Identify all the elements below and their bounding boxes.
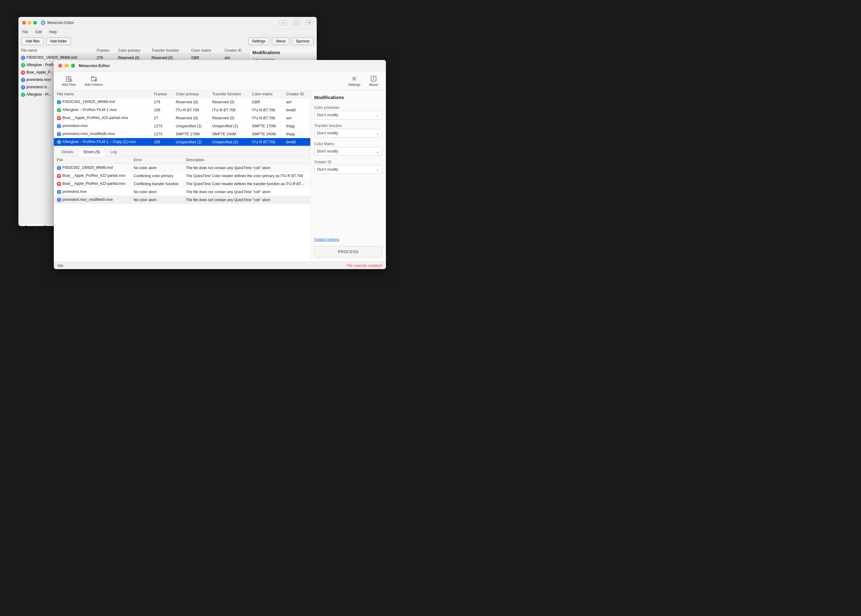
table-row[interactable]: iprorestest.mov No color atom The file d… (54, 188, 310, 196)
bg-menu-edit[interactable]: Edit (34, 29, 43, 35)
status-error-icon: ✕ (57, 174, 61, 178)
chevron-down-icon: ⌄ (376, 131, 379, 136)
main-toolbar: Add Files Add Folders (54, 72, 386, 90)
table-row[interactable]: iF003C002_190925_MN99.mxf 279Reserved (0… (54, 98, 310, 106)
tab-log[interactable]: Log (105, 148, 122, 156)
err-col-description: Description (183, 156, 310, 164)
about-label: About (369, 83, 378, 86)
table-row[interactable]: iprorestest.mov_modified0.mov 1273SMPTE … (54, 130, 310, 138)
color-primaries-value: Don't modify (317, 113, 338, 117)
bg-maximize-icon[interactable]: □ (293, 20, 300, 25)
modifications-title: Modifications (314, 95, 382, 100)
bg-minimize-icon[interactable]: — (280, 20, 287, 25)
svg-point-1 (42, 22, 44, 24)
transfer-function-label: Transfer function (314, 124, 382, 128)
settings-icon (351, 75, 358, 82)
status-info-icon: i (21, 56, 25, 60)
bg-menu-file[interactable]: File (21, 29, 29, 35)
app-icon (41, 20, 46, 25)
color-primaries-select[interactable]: Don't modify ⌄ (314, 111, 382, 119)
table-row[interactable]: iprorestest.mov_modified0.mov No color a… (54, 196, 310, 204)
status-idle-text: Idle (58, 264, 63, 268)
col-frames: Frames (151, 90, 173, 98)
add-folders-label: Add Folders (85, 83, 103, 86)
bg-menu-bar: File Edit Help (19, 28, 317, 36)
table-row[interactable]: ✓Afterglow – ProRes FILM 1.mov 195ITU-R … (54, 106, 310, 114)
bg-add-folder-btn[interactable]: Add folder (46, 38, 71, 45)
table-row[interactable]: ✕Boar__Apple_ProRes_422-partial.mov Conf… (54, 172, 310, 180)
bg-min-btn[interactable] (28, 21, 31, 25)
about-icon (370, 75, 377, 82)
output-options-link[interactable]: Output options (314, 237, 382, 242)
creator-id-value: Don't modify (317, 167, 338, 171)
col-filename: File name (54, 90, 151, 98)
bg-close-btn[interactable] (22, 21, 26, 25)
about-btn[interactable]: About (365, 74, 382, 88)
status-info-icon: i (57, 132, 61, 136)
status-error-icon: ✕ (21, 71, 25, 75)
errors-table: File Error Description iF003C002_190925_… (54, 156, 310, 204)
bg-col-creator: Creator ID (222, 47, 249, 54)
bg-modifications-title: Modifications (253, 50, 314, 55)
col-matrix: Color matrix (249, 90, 283, 98)
status-info-icon: i (21, 78, 25, 82)
creator-id-select[interactable]: Don't modify ⌄ (314, 165, 382, 174)
bg-win-controls (22, 21, 37, 25)
color-matrix-value: Don't modify (317, 149, 338, 154)
main-content-area: File name Frames Color primary Transfer … (54, 90, 386, 262)
bg-sponsor-btn[interactable]: Sponsor (292, 38, 314, 45)
bg-col-filename: File name (19, 47, 94, 54)
status-info-icon: i (57, 198, 61, 202)
bg-tab-details[interactable]: Details (21, 223, 40, 226)
bg-title-bar: Metacolor.Editor — □ ✕ (19, 17, 317, 28)
creator-id-label: Creator ID (314, 160, 382, 164)
status-info-icon: i (57, 100, 61, 104)
bg-close-icon[interactable]: ✕ (306, 20, 313, 25)
settings-btn[interactable]: Settings (344, 74, 365, 88)
tab-details[interactable]: Details (56, 148, 79, 156)
table-row[interactable]: iprorestest.mov 1273Unspecified (2)Unspe… (54, 122, 310, 130)
col-color-primary: Color primary (173, 90, 209, 98)
status-info-icon: i (57, 124, 61, 128)
chevron-down-icon: ⌄ (376, 167, 379, 172)
bg-add-files-btn[interactable]: Add files (22, 38, 44, 45)
bg-about-btn[interactable]: About (272, 38, 289, 45)
main-status-bar: Idle File override enabled! (54, 262, 386, 269)
process-button[interactable]: PROCESS (314, 246, 382, 258)
bg-settings-btn[interactable]: Settings (248, 38, 269, 45)
table-row-selected[interactable]: ✓Afterglow – ProRes FILM 1 – Copy (2).mo… (54, 138, 310, 146)
transfer-function-group: Transfer function Don't modify ⌄ (314, 124, 382, 137)
status-error-icon: ✕ (57, 116, 61, 120)
chevron-down-icon: ⌄ (376, 149, 379, 154)
table-row[interactable]: ✕Boar__Apple_ProRes_422-partial.mov 27Re… (54, 114, 310, 122)
svg-point-12 (354, 78, 355, 80)
transfer-function-select[interactable]: Don't modify ⌄ (314, 129, 382, 137)
maximize-button[interactable] (71, 64, 75, 68)
col-creator: Creator ID (283, 90, 311, 98)
col-transfer: Transfer function (209, 90, 249, 98)
color-matrix-select[interactable]: Don't modify ⌄ (314, 147, 382, 156)
file-table-container: File name Frames Color primary Transfer … (54, 90, 310, 146)
minimize-button[interactable] (64, 64, 69, 68)
status-ok-icon: ✓ (57, 140, 61, 144)
bg-max-btn[interactable] (33, 21, 37, 25)
close-button[interactable] (58, 64, 62, 68)
add-folders-btn[interactable]: Add Folders (80, 74, 107, 88)
add-folders-icon (90, 75, 97, 82)
bg-col-transfer: Transfer function (149, 47, 189, 54)
add-files-btn[interactable]: Add Files (58, 74, 80, 88)
settings-label: Settings (349, 83, 361, 86)
table-row[interactable]: iF003C002_190925_MN99.mxf No color atom … (54, 164, 310, 172)
chevron-down-icon: ⌄ (376, 113, 379, 118)
main-window: Metacolor.Editor Add Files (54, 60, 386, 269)
traffic-lights (58, 64, 75, 68)
table-row[interactable]: ✕Boar__Apple_ProRes_422-partial.mov Conf… (54, 180, 310, 188)
status-ok-icon: ✓ (57, 108, 61, 112)
transfer-function-value: Don't modify (317, 131, 338, 135)
main-file-table: File name Frames Color primary Transfer … (54, 90, 310, 146)
tab-errors[interactable]: Errors (5) (79, 148, 105, 156)
color-matrix-group: Color Matrix Don't modify ⌄ (314, 142, 382, 156)
bg-menu-help[interactable]: Help (48, 29, 58, 35)
errors-table-container: File Error Description iF003C002_190925_… (54, 156, 310, 262)
tabs-bar: Details Errors (5) Log (54, 146, 310, 156)
